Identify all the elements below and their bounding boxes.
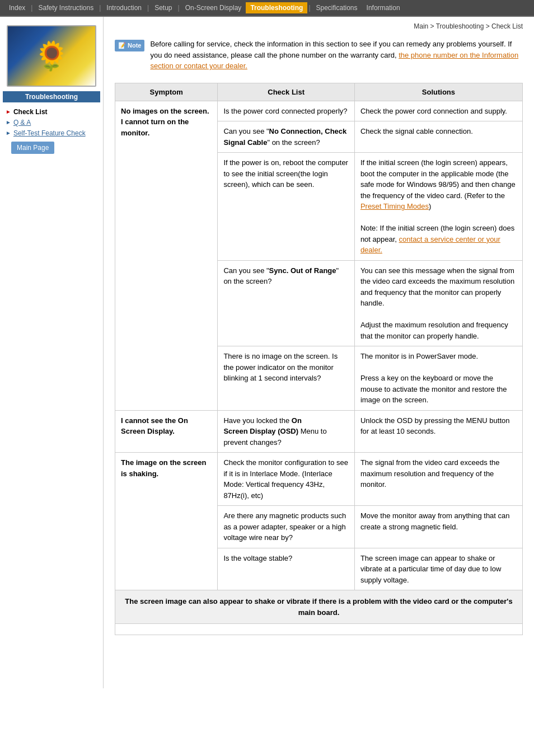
sidebar: Troubleshooting ► Check List ► Q & A ► S…	[0, 17, 104, 688]
nav-troubleshooting[interactable]: Troubleshooting	[246, 2, 307, 13]
checklist-interlace: Check the monitor configuration to see i…	[218, 453, 355, 506]
sidebar-item-checklist[interactable]: ► Check List	[6, 108, 97, 116]
nav-sep-3: |	[146, 4, 150, 12]
note-badge: 📝 Note	[115, 40, 144, 51]
solution-interlace: The signal from the video card exceeds t…	[354, 453, 522, 506]
nav-sep-5: |	[307, 4, 311, 12]
solution-osd-unlock: Unlock the OSD by pressing the MENU butt…	[354, 410, 522, 453]
nav-sep-4: |	[177, 4, 181, 12]
footer-note-cell: The screen image can also appear to shak…	[115, 590, 523, 624]
table-row: The image on the screen is shaking. Chec…	[115, 453, 523, 506]
table-row: I cannot see the On Screen Display. Have…	[115, 410, 523, 453]
solution-voltage: The screen image can appear to shake or …	[354, 548, 522, 590]
checklist-voltage: Is the voltage stable?	[218, 548, 355, 590]
nav-osd[interactable]: On-Screen Display	[181, 2, 246, 13]
check-table: Symptom Check List Solutions No images o…	[115, 83, 523, 636]
checklist-power-cord: Is the power cord connected properly?	[218, 101, 355, 121]
checklist-reboot: If the power is on, reboot the computer …	[218, 153, 355, 261]
table-header-row: Symptom Check List Solutions	[115, 83, 523, 101]
symptom-shaking: The image on the screen is shaking.	[115, 453, 218, 590]
note-badge-label: Note	[128, 41, 141, 50]
nav-specs[interactable]: Specifications	[312, 2, 362, 13]
page-container: Troubleshooting ► Check List ► Q & A ► S…	[0, 17, 534, 688]
sidebar-section-label: Troubleshooting	[3, 91, 100, 102]
col-solutions: Solutions	[354, 83, 522, 101]
sidebar-item-qa[interactable]: ► Q & A	[6, 119, 97, 126]
arrow-icon: ►	[6, 109, 11, 115]
note-box: 📝 Note Before calling for service, check…	[115, 39, 523, 72]
col-symptom: Symptom	[115, 83, 218, 101]
symptom-osd-bold: I cannot see the On Screen Display.	[121, 416, 188, 436]
symptom-osd: I cannot see the On Screen Display.	[115, 410, 218, 453]
col-checklist: Check List	[218, 83, 355, 101]
breadcrumb: Main > Troubleshooting > Check List	[115, 22, 523, 30]
sidebar-checklist-label: Check List	[13, 108, 48, 116]
note-icon: 📝	[118, 41, 126, 50]
contact-service-link[interactable]: contact a service center or your dealer.	[360, 235, 500, 255]
solution-power-saver: The monitor is in PowerSaver mode. Press…	[354, 346, 522, 411]
solution-signal-cable: Check the signal cable connection.	[354, 121, 522, 153]
nav-index[interactable]: Index	[4, 2, 30, 13]
checklist-no-connection: Can you see "No Connection, Check Signal…	[218, 121, 355, 153]
main-content: Main > Troubleshooting > Check List 📝 No…	[104, 17, 534, 688]
table-empty-row	[115, 624, 523, 635]
sidebar-qa-label: Q & A	[13, 119, 31, 126]
bold-on: OnScreen Display (OSD)	[223, 416, 301, 436]
checklist-magnetic: Are there any magnetic products such as …	[218, 506, 355, 548]
nav-sep-2: |	[98, 4, 102, 12]
symptom-shaking-bold: The image on the screen is shaking.	[121, 458, 206, 478]
main-page-button[interactable]: Main Page	[11, 142, 54, 154]
sidebar-item-selftest[interactable]: ► Self-Test Feature Check	[6, 129, 97, 137]
solution-power-cord: Check the power cord connection and supp…	[354, 101, 522, 121]
sidebar-nav: ► Check List ► Q & A ► Self-Test Feature…	[0, 108, 103, 154]
arrow-icon-selftest: ►	[6, 130, 11, 136]
solution-sync-out: You can see this message when the signal…	[354, 260, 522, 346]
nav-intro[interactable]: Introduction	[102, 2, 146, 13]
nav-safety[interactable]: Safety Instructions	[34, 2, 98, 13]
footer-note-row: The screen image can also appear to shak…	[115, 590, 523, 624]
sidebar-selftest-label: Self-Test Feature Check	[13, 129, 86, 137]
symptom-no-images: No images on the screen. I cannot turn o…	[115, 101, 218, 410]
bold-no-connection: No Connection, Check Signal Cable	[223, 127, 346, 147]
nav-info[interactable]: Information	[362, 2, 405, 13]
preset-timing-link[interactable]: Preset Timing Modes	[360, 202, 429, 210]
table-row: No images on the screen. I cannot turn o…	[115, 101, 523, 121]
note-text: Before calling for service, check the in…	[150, 39, 523, 72]
nav-setup[interactable]: Setup	[150, 2, 176, 13]
arrow-icon-qa: ►	[6, 119, 11, 125]
solution-reboot: If the initial screen (the login screen)…	[354, 153, 522, 261]
sidebar-logo	[7, 25, 96, 87]
checklist-osd-locked: Have you locked the OnScreen Display (OS…	[218, 410, 355, 453]
checklist-sync-out: Can you see "Sync. Out of Range" on the …	[218, 260, 355, 346]
nav-sep-1: |	[30, 4, 34, 12]
nav-bar: Index | Safety Instructions | Introducti…	[0, 0, 534, 17]
solution-magnetic: Move the monitor away from anything that…	[354, 506, 522, 548]
empty-cell	[115, 624, 523, 635]
checklist-power-indicator: There is no image on the screen. Is the …	[218, 346, 355, 411]
bold-sync-out: Sync. Out of Range	[269, 266, 336, 275]
